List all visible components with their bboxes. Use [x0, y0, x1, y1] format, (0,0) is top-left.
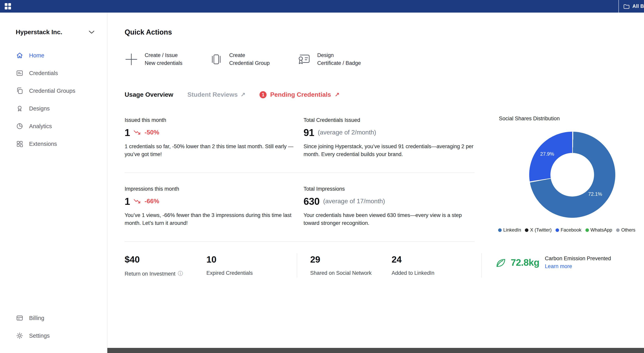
carbon-value: 72.8kg [511, 257, 540, 268]
divider [125, 241, 474, 242]
external-link-icon: ↗ [240, 91, 245, 98]
analytics-icon [16, 122, 24, 130]
gear-icon [16, 332, 24, 340]
divider [297, 253, 297, 278]
sidebar-nav: Home Credentials Credential Groups [0, 46, 107, 152]
metric-added-to-linkedin: 24 Added to LinkedIn [392, 254, 434, 276]
stat-total-impressions: Total Impressions 630 (average of 17/mon… [304, 186, 476, 227]
tab-usage-overview[interactable]: Usage Overview [125, 91, 173, 98]
metric-label: Expired Credentials [206, 270, 253, 276]
bottom-scrollbar[interactable] [107, 348, 644, 353]
certificate-badge-icon [297, 53, 310, 66]
sidebar-item-label: Designs [29, 105, 50, 112]
stat-value: 1 [125, 127, 130, 138]
credential-groups-icon [16, 87, 24, 94]
stat-description: 1 credentials so far, -50% lower than 2 … [125, 143, 302, 158]
legend-dot [586, 228, 589, 232]
stat-label: Impressions this month [125, 186, 302, 192]
sidebar-item-settings[interactable]: Settings [0, 327, 107, 344]
donut-slice-label: 27.9% [540, 151, 554, 157]
metric-value: 10 [206, 254, 253, 265]
quick-action-line2: Credential Group [229, 60, 270, 66]
org-name: Hyperstack Inc. [16, 29, 62, 36]
designs-icon [16, 104, 24, 112]
quick-action-create-issue[interactable]: Create / Issue New credentials [125, 52, 182, 67]
stat-delta: -66% [144, 198, 159, 205]
social-shares-legend: LinkedIn X (Twitter) Facebook WhatsApp O… [498, 227, 635, 233]
carbon-label: Carbon Emission Prevented [545, 256, 611, 262]
tab-pending-credentials[interactable]: 1 Pending Credentials ↗ [260, 91, 340, 98]
metric-value: 29 [310, 254, 372, 265]
legend-item-others: Others [616, 227, 635, 233]
quick-action-create-credential-group[interactable]: Create Credential Group [210, 52, 270, 67]
workspace-switcher[interactable]: All B [618, 0, 644, 12]
info-icon[interactable]: ⓘ [178, 270, 183, 277]
quick-action-line1: Create [229, 52, 245, 58]
metric-value: $40 [125, 254, 183, 265]
sidebar-item-label: Credentials [29, 70, 58, 76]
org-switcher[interactable]: Hyperstack Inc. [0, 24, 107, 41]
stat-value: 91 [304, 127, 314, 138]
sidebar-item-credential-groups[interactable]: Credential Groups [0, 82, 107, 100]
metric-label: Shared on Social Network [310, 270, 372, 276]
sidebar-item-analytics[interactable]: Analytics [0, 117, 107, 135]
chevron-down-icon [89, 31, 94, 34]
carbon-learn-more-link[interactable]: Learn more [545, 263, 611, 269]
overview-tabs: Usage Overview Student Reviews ↗ 1 Pendi… [125, 91, 340, 98]
external-link-icon: ↗ [334, 91, 340, 98]
metric-label: Return on Investment [125, 271, 175, 276]
carbon-emission-block: 72.8kg Carbon Emission Prevented Learn m… [494, 256, 611, 269]
metric-shared-on-social: 29 Shared on Social Network [310, 254, 372, 276]
quick-actions-title: Quick Actions [125, 28, 172, 36]
quick-action-line1: Create / Issue [145, 52, 178, 58]
workspace-label: All B [632, 4, 644, 9]
apps-grid-icon[interactable] [4, 3, 12, 10]
credentials-icon [16, 69, 24, 77]
trend-down-icon [134, 198, 141, 204]
tab-student-reviews[interactable]: Student Reviews ↗ [187, 91, 245, 98]
sidebar: Hyperstack Inc. Home Cr [0, 12, 107, 353]
stat-value: 1 [125, 196, 130, 207]
social-shares-donut: 72.1% 27.9% [529, 132, 615, 218]
extensions-icon [16, 140, 24, 148]
topbar: All B [0, 0, 644, 12]
legend-item-facebook: Facebook [556, 227, 581, 233]
stat-average: (average of 2/month) [318, 129, 376, 136]
sidebar-item-credentials[interactable]: Credentials [0, 64, 107, 82]
sidebar-item-extensions[interactable]: Extensions [0, 135, 107, 152]
stat-label: Total Credentials Issued [304, 117, 476, 123]
legend-item-linkedin: LinkedIn [498, 227, 521, 233]
stat-delta: -50% [144, 129, 159, 136]
stat-label: Issued this month [125, 117, 302, 123]
sidebar-item-label: Analytics [29, 123, 52, 129]
sidebar-item-billing[interactable]: Billing [0, 309, 107, 327]
legend-item-x-twitter: X (Twitter) [525, 227, 552, 233]
sidebar-item-home[interactable]: Home [0, 46, 107, 64]
legend-dot [616, 228, 620, 232]
stat-issued-this-month: Issued this month 1 -50% 1 credentials s… [125, 117, 302, 158]
app: All B Hyperstack Inc. Home [0, 0, 644, 353]
stat-value: 630 [304, 196, 320, 207]
pending-count-badge: 1 [260, 91, 266, 98]
main-content: Quick Actions Create / Issue New credent… [107, 12, 644, 353]
sidebar-item-label: Home [29, 52, 44, 58]
stat-total-credentials-issued: Total Credentials Issued 91 (average of … [304, 117, 476, 158]
legend-dot [556, 228, 559, 232]
quick-action-line2: New credentials [145, 60, 182, 66]
metric-value: 24 [392, 254, 434, 265]
folder-icon [623, 3, 630, 10]
plus-icon [125, 52, 138, 66]
home-icon [16, 51, 24, 59]
sidebar-item-label: Settings [29, 332, 50, 339]
stat-label: Total Impressions [304, 186, 476, 192]
sidebar-item-designs[interactable]: Designs [0, 100, 107, 117]
stat-description: Your credentials have been viewed 630 ti… [304, 212, 476, 227]
stat-description: You’ve 1 views, -66% fewer than the 3 im… [125, 212, 302, 227]
stat-average: (average of 17/month) [323, 198, 385, 205]
metric-label: Added to LinkedIn [392, 270, 434, 276]
credential-group-icon [210, 53, 222, 66]
donut-slice-label: 72.1% [588, 192, 602, 197]
stat-impressions-this-month: Impressions this month 1 -66% You’ve 1 v… [125, 186, 302, 227]
billing-icon [16, 314, 24, 322]
quick-action-design-certificate[interactable]: Design Certificate / Badge [297, 52, 361, 67]
